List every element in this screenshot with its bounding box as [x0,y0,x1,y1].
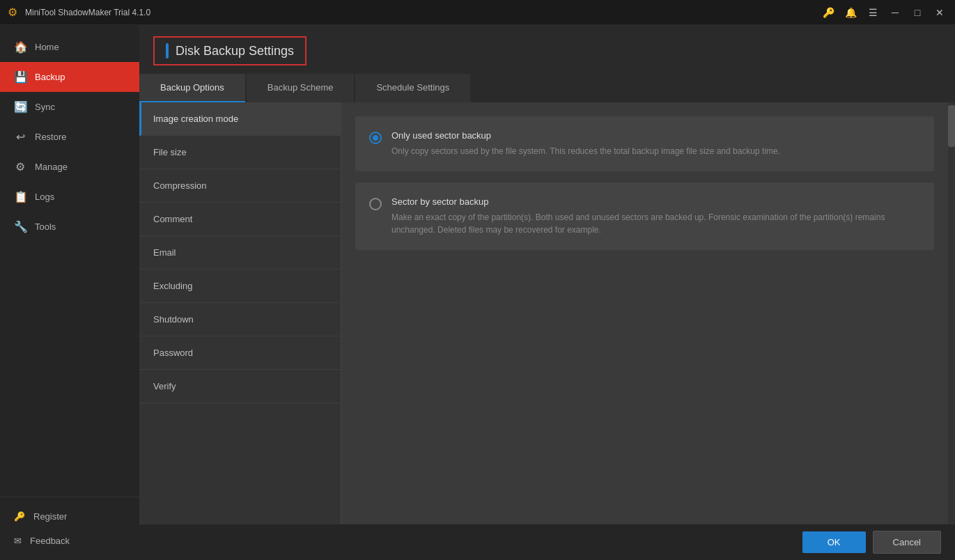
option-label-sector-by-sector: Sector by sector backup [391,196,920,207]
option-card-used-sector: Only used sector backup Only copy sector… [355,116,934,171]
scrollbar-track[interactable] [948,102,955,524]
sidebar-item-backup[interactable]: 💾 Backup [0,62,139,92]
option-text-used-sector: Only used sector backup Only copy sector… [391,130,780,157]
cancel-button[interactable]: Cancel [873,531,941,554]
content-area: Image creation mode File size Compressio… [139,102,955,524]
sidebar-item-sync-label: Sync [35,102,55,112]
menu-item-file-size[interactable]: File size [139,136,341,169]
home-icon: 🏠 [14,40,26,54]
close-button[interactable]: ✕ [930,3,949,22]
option-desc-used-sector: Only copy sectors used by the file syste… [391,145,780,157]
sidebar-item-sync[interactable]: 🔄 Sync [0,92,139,122]
minimize-button[interactable]: ─ [885,3,905,22]
logs-icon: 📋 [14,190,26,203]
page-title: Disk Backup Settings [176,44,294,59]
sidebar-item-manage-label: Manage [35,162,68,172]
feedback-icon: ✉ [14,536,22,546]
tab-schedule-settings[interactable]: Schedule Settings [355,74,470,102]
sidebar-item-restore[interactable]: ↩ Restore [0,122,139,152]
window-controls: 🔑 🔔 ☰ ─ □ ✕ [818,3,949,22]
app-body: 🏠 Home 💾 Backup 🔄 Sync ↩ Restore ⚙ Manag… [0,25,955,560]
menu-item-email[interactable]: Email [139,236,341,270]
app-icon: ⚙ [6,6,20,20]
right-panel: Only used sector backup Only copy sector… [341,102,948,524]
sidebar-nav: 🏠 Home 💾 Backup 🔄 Sync ↩ Restore ⚙ Manag… [0,25,139,497]
ok-button[interactable]: OK [802,531,866,553]
menu-item-comment[interactable]: Comment [139,203,341,236]
menu-item-verify[interactable]: Verify [139,370,341,403]
page-title-box: Disk Backup Settings [153,36,306,65]
main-content: Disk Backup Settings Backup Options Back… [139,25,955,560]
footer: OK Cancel [139,524,955,560]
sync-icon: 🔄 [14,100,26,114]
sidebar-item-logs[interactable]: 📋 Logs [0,182,139,212]
option-label-used-sector: Only used sector backup [391,130,780,141]
tabs-row: Backup Options Backup Scheme Schedule Se… [139,74,955,102]
sidebar-item-register[interactable]: 🔑 Register [0,504,139,529]
app-title: MiniTool ShadowMaker Trial 4.1.0 [25,8,818,17]
right-panel-wrapper: Only used sector backup Only copy sector… [341,102,955,524]
sidebar-item-tools-label: Tools [35,221,56,232]
menu-item-excluding[interactable]: Excluding [139,270,341,303]
scrollbar-thumb[interactable] [948,105,955,147]
sidebar-item-tools[interactable]: 🔧 Tools [0,212,139,242]
sidebar: 🏠 Home 💾 Backup 🔄 Sync ↩ Restore ⚙ Manag… [0,25,139,560]
register-icon: 🔑 [14,511,25,522]
sidebar-item-register-label: Register [33,511,67,522]
radio-sector-by-sector[interactable] [369,198,382,210]
key-icon[interactable]: 🔑 [818,3,838,22]
sidebar-item-restore-label: Restore [35,132,67,142]
tab-backup-options-label: Backup Options [160,82,224,93]
sidebar-item-logs-label: Logs [35,192,54,202]
sidebar-item-manage[interactable]: ⚙ Manage [0,152,139,182]
titlebar: ⚙ MiniTool ShadowMaker Trial 4.1.0 🔑 🔔 ☰… [0,0,955,25]
menu-item-image-creation-mode[interactable]: Image creation mode [139,102,341,136]
tab-backup-scheme-label: Backup Scheme [267,82,334,93]
menu-item-password[interactable]: Password [139,336,341,370]
sidebar-item-home-label: Home [35,42,59,52]
option-card-sector-by-sector: Sector by sector backup Make an exact co… [355,182,934,250]
menu-icon[interactable]: ☰ [863,3,883,22]
sidebar-item-feedback-label: Feedback [30,536,70,546]
tab-backup-options[interactable]: Backup Options [139,74,245,102]
sidebar-item-backup-label: Backup [35,72,65,82]
option-text-sector-by-sector: Sector by sector backup Make an exact co… [391,196,920,236]
maximize-button[interactable]: □ [908,3,927,22]
sidebar-bottom: 🔑 Register ✉ Feedback [0,497,139,560]
radio-only-used-sector[interactable] [369,132,382,144]
page-header: Disk Backup Settings [139,25,955,65]
backup-icon: 💾 [14,70,26,84]
manage-icon: ⚙ [14,160,26,173]
sidebar-item-home[interactable]: 🏠 Home [0,32,139,62]
tab-backup-scheme[interactable]: Backup Scheme [247,74,355,102]
menu-item-shutdown[interactable]: Shutdown [139,303,341,336]
tools-icon: 🔧 [14,220,26,233]
menu-item-compression[interactable]: Compression [139,169,341,203]
sidebar-item-feedback[interactable]: ✉ Feedback [0,529,139,553]
bell-icon[interactable]: 🔔 [841,3,860,22]
left-menu: Image creation mode File size Compressio… [139,102,341,524]
tab-schedule-settings-label: Schedule Settings [376,82,449,93]
option-desc-sector-by-sector: Make an exact copy of the partition(s). … [391,211,920,236]
title-accent-bar [166,43,169,59]
restore-icon: ↩ [14,130,26,143]
